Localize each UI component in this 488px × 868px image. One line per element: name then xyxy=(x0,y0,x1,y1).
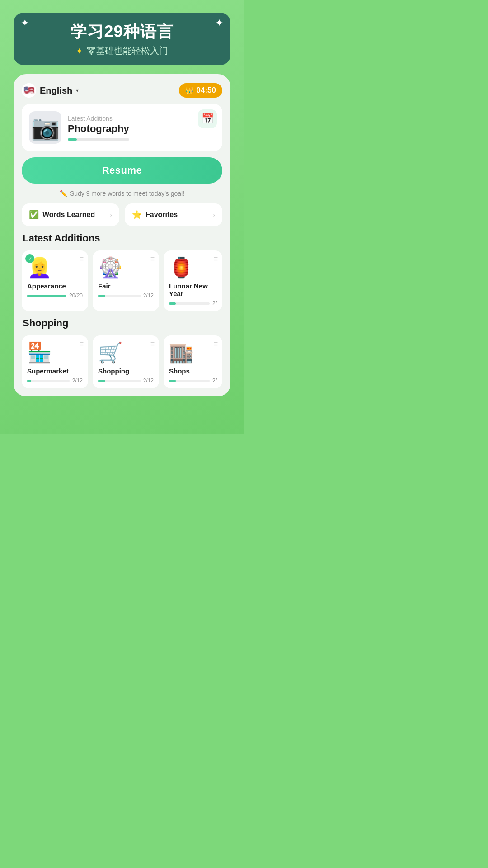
language-dropdown-arrow: ▾ xyxy=(76,87,79,94)
timer-badge[interactable]: 👑 04:50 xyxy=(179,83,222,98)
header-banner: ✦ ✦ 学习29种语言 ✦ 零基础也能轻松入门 xyxy=(14,13,230,65)
card-name: Supermarket xyxy=(27,367,83,375)
words-learned-icon: ✅ xyxy=(29,210,39,220)
latest-additions-cards: ≡ 👱‍♀️ ✓ Appearance 20/20 ≡ 🎡 Fair xyxy=(22,250,222,311)
card-shops[interactable]: ≡ 🏬 Shops 2/ xyxy=(164,335,222,388)
main-card: 🇺🇸 English ▾ 👑 04:50 📷 Latest Additions … xyxy=(14,74,230,396)
favorites-link[interactable]: ⭐ Favorites › xyxy=(125,203,222,226)
card-menu-dots[interactable]: ≡ xyxy=(80,255,84,263)
card-image: 🏬 xyxy=(169,341,217,364)
featured-progress-fill xyxy=(68,138,77,141)
card-image: 🎡 xyxy=(98,256,154,279)
sparkle-left-icon: ✦ xyxy=(21,17,29,29)
outer-background: ✦ ✦ 学习29种语言 ✦ 零基础也能轻松入门 🇺🇸 English ▾ 👑 0… xyxy=(0,0,244,434)
flag-icon: 🇺🇸 xyxy=(22,83,36,98)
card-name: Shops xyxy=(169,367,217,375)
words-learned-label: Words Learned xyxy=(42,211,95,219)
study-goal-text: ✏️ Sudy 9 more words to meet today's goa… xyxy=(22,190,222,197)
card-progress: 2/ xyxy=(169,300,217,307)
card-image: 👱‍♀️ ✓ xyxy=(27,256,52,279)
banner-main-title: 学习29种语言 xyxy=(28,21,216,43)
crown-icon: 👑 xyxy=(185,86,194,94)
words-learned-link[interactable]: ✅ Words Learned › xyxy=(22,203,119,226)
card-image: 🛒 xyxy=(98,341,154,364)
card-progress: 2/ xyxy=(169,377,217,384)
favorites-icon: ⭐ xyxy=(132,210,142,220)
featured-image: 📷 xyxy=(29,111,61,144)
card-name: Lunnar New Year xyxy=(169,282,217,297)
shopping-title: Shopping xyxy=(22,317,222,329)
featured-card[interactable]: 📷 Latest Additions Photography 📅 xyxy=(22,104,222,151)
card-name: Appearance xyxy=(27,282,83,290)
card-lunar-new-year[interactable]: ≡ 🏮 Lunnar New Year 2/ xyxy=(164,250,222,311)
card-count: 2/12 xyxy=(143,377,154,384)
latest-additions-title: Latest Additions xyxy=(22,232,222,244)
favorites-label: Favorites xyxy=(145,211,178,219)
yellow-sparkle-icon: ✦ xyxy=(76,47,83,56)
language-name: English xyxy=(40,85,72,96)
card-progress: 2/12 xyxy=(98,292,154,299)
quick-links: ✅ Words Learned › ⭐ Favorites › xyxy=(22,203,222,226)
card-name: Shopping xyxy=(98,367,154,375)
favorites-arrow: › xyxy=(213,212,215,218)
card-count: 2/ xyxy=(212,377,217,384)
card-count: 2/12 xyxy=(72,377,83,384)
completed-badge: ✓ xyxy=(25,254,34,263)
sparkle-right-icon: ✦ xyxy=(215,17,223,29)
words-learned-arrow: › xyxy=(110,212,112,218)
card-fair[interactable]: ≡ 🎡 Fair 2/12 xyxy=(93,250,159,311)
card-progress: 2/12 xyxy=(27,377,83,384)
card-image: 🏪 xyxy=(27,341,83,364)
card-progress: 2/12 xyxy=(98,377,154,384)
card-image: 🏮 xyxy=(169,256,217,279)
shopping-cards: ≡ 🏪 Supermarket 2/12 ≡ 🛒 Shopping xyxy=(22,335,222,388)
top-bar: 🇺🇸 English ▾ 👑 04:50 xyxy=(22,83,222,98)
card-name: Fair xyxy=(98,282,154,290)
card-shopping[interactable]: ≡ 🛒 Shopping 2/12 xyxy=(93,335,159,388)
edit-icon: ✏️ xyxy=(60,190,67,197)
card-appearance[interactable]: ≡ 👱‍♀️ ✓ Appearance 20/20 xyxy=(22,250,88,311)
banner-sub-title: ✦ 零基础也能轻松入门 xyxy=(28,45,216,57)
language-selector[interactable]: 🇺🇸 English ▾ xyxy=(22,83,79,98)
card-supermarket[interactable]: ≡ 🏪 Supermarket 2/12 xyxy=(22,335,88,388)
resume-button[interactable]: Resume xyxy=(22,157,222,184)
card-progress: 20/20 xyxy=(27,292,83,299)
card-count: 2/12 xyxy=(143,292,154,299)
card-count: 2/ xyxy=(212,300,217,307)
featured-label: Latest Additions xyxy=(68,115,129,122)
featured-progress-bar xyxy=(68,138,129,141)
card-count: 20/20 xyxy=(69,292,83,299)
timer-value: 04:50 xyxy=(197,86,216,95)
featured-title: Photography xyxy=(68,123,129,135)
calendar-button[interactable]: 📅 xyxy=(198,109,217,128)
featured-text: Latest Additions Photography xyxy=(68,115,129,141)
